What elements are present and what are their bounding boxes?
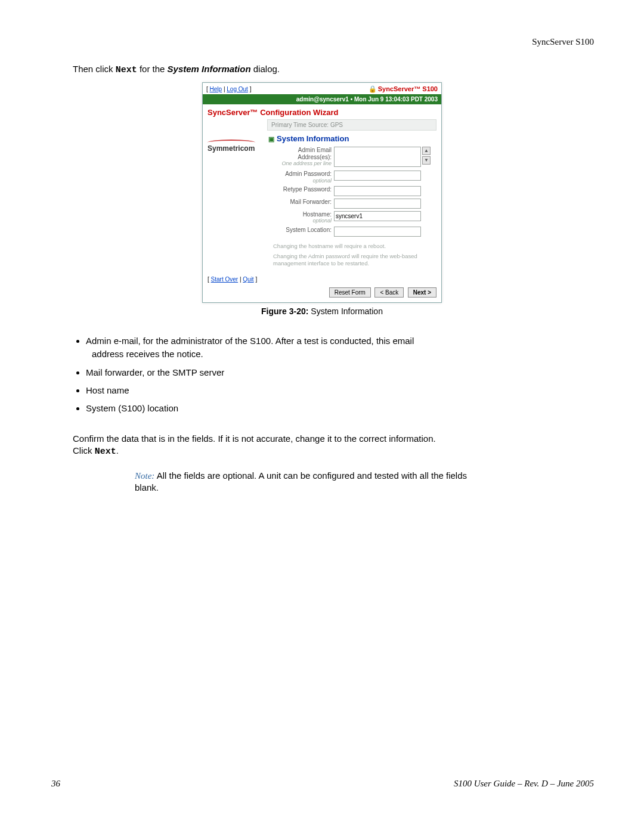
lock-icon: 🔒 — [369, 85, 377, 92]
intro-paragraph: Then click Next for the System Informati… — [73, 63, 594, 76]
bullet-admin-email-cont: address receives the notice. — [92, 348, 594, 360]
admin-password-label: Admin Password: optional — [267, 171, 334, 184]
figure-label-bold: Figure 3-20: — [261, 306, 308, 316]
back-button[interactable]: < Back — [374, 287, 404, 298]
note-hostname: Changing the hostname will require a reb… — [273, 243, 436, 250]
retype-password-input[interactable] — [334, 186, 421, 196]
form-notes: Changing the hostname will require a reb… — [267, 239, 436, 269]
bullet-system-location: System (S100) location — [86, 402, 594, 414]
quit-link[interactable]: Quit — [243, 276, 253, 283]
logout-link[interactable]: Log Out — [227, 86, 248, 92]
hostname-label: Hostname: optional — [267, 211, 334, 224]
reset-form-button[interactable]: Reset Form — [329, 287, 371, 298]
figure-label-rest: System Information — [308, 306, 383, 316]
help-link[interactable]: Help — [210, 86, 222, 92]
hostname-label-text: Hostname: — [303, 211, 332, 218]
retype-password-label: Retype Password: — [267, 186, 334, 193]
start-over-link[interactable]: Start Over — [211, 276, 239, 283]
intro-next: Next — [116, 65, 137, 75]
textarea-scroll[interactable]: ▲▼ — [422, 147, 431, 166]
mail-forwarder-label: Mail Forwarder: — [267, 199, 334, 206]
system-location-label: System Location: — [267, 227, 334, 234]
intro-mid: for the — [137, 64, 168, 74]
admin-email-hint: One address per line — [267, 160, 332, 166]
admin-password-label-text: Admin Password: — [285, 171, 332, 177]
footer-guide: S100 User Guide – Rev. D – June 2005 — [454, 779, 594, 789]
form-area: Primary Time Source: GPS ▣System Informa… — [267, 119, 436, 269]
admin-email-label-text: Admin Email Address(es): — [298, 147, 332, 160]
hostname-input[interactable] — [334, 211, 421, 221]
bottom-links: [ Start Over | Quit ] — [203, 274, 441, 285]
user-status-bar: admin@syncserv1 • Mon Jun 9 13:04:03 PDT… — [203, 94, 441, 104]
brand-label: 🔒SyncServer™ S100 — [369, 85, 438, 93]
top-links: [ Help | Log Out ] — [206, 86, 251, 92]
admin-email-label: Admin Email Address(es): One address per… — [267, 147, 334, 166]
admin-password-input[interactable] — [334, 171, 421, 181]
system-location-input[interactable] — [334, 227, 421, 237]
bullet-list: Admin e-mail, for the administrator of t… — [73, 335, 594, 420]
note-paragraph: Note: All the fields are optional. A uni… — [135, 470, 568, 494]
screenshot-top-bar: [ Help | Log Out ] 🔒SyncServer™ S100 — [203, 83, 441, 94]
note-text1: All the fields are optional. A unit can … — [154, 470, 467, 481]
button-row: Reset Form < Back Next > — [203, 285, 441, 302]
mail-forwarder-input[interactable] — [334, 199, 421, 209]
brand-text: SyncServer™ S100 — [378, 85, 438, 92]
bullet-mail-forwarder: Mail forwarder, or the SMTP server — [86, 367, 594, 379]
confirm-line2c: . — [116, 445, 119, 456]
page-header-product: SyncServer S100 — [532, 37, 594, 47]
admin-password-hint: optional — [267, 178, 332, 184]
confirm-next: Next — [95, 447, 116, 457]
logo: Symmetricom — [208, 119, 267, 269]
section-icon: ▣ — [268, 135, 274, 142]
bullet-host-name: Host name — [86, 385, 594, 396]
intro-dialog: System Information — [168, 64, 251, 74]
intro-prefix: Then click — [73, 64, 116, 74]
primary-time-source: Primary Time Source: GPS — [267, 119, 436, 131]
section-title-text: System Information — [277, 134, 349, 143]
confirm-paragraph: Confirm the data that is in the fields. … — [73, 433, 594, 458]
figure-container: [ Help | Log Out ] 🔒SyncServer™ S100 adm… — [0, 82, 644, 316]
confirm-line1: Confirm the data that is in the fields. … — [73, 433, 594, 445]
bullet-admin-email: Admin e-mail, for the administrator of t… — [86, 335, 594, 347]
intro-suffix: dialog. — [251, 64, 280, 74]
note-text2: blank. — [135, 482, 568, 494]
note-label: Note: — [135, 471, 154, 481]
confirm-line2a: Click — [73, 445, 95, 456]
wizard-title: SyncServer™ Configuration Wizard — [203, 104, 441, 119]
next-button[interactable]: Next > — [408, 287, 436, 298]
logo-text: Symmetricom — [208, 144, 255, 153]
admin-email-input[interactable] — [334, 147, 421, 167]
scroll-down-icon[interactable]: ▼ — [422, 156, 431, 165]
page-number: 36 — [51, 779, 60, 789]
scroll-up-icon[interactable]: ▲ — [422, 147, 431, 155]
screenshot-panel: [ Help | Log Out ] 🔒SyncServer™ S100 adm… — [202, 82, 442, 303]
note-password: Changing the Admin password will require… — [273, 253, 436, 268]
figure-caption: Figure 3-20: System Information — [0, 306, 644, 316]
section-title: ▣System Information — [267, 132, 436, 147]
hostname-hint: optional — [267, 218, 332, 224]
